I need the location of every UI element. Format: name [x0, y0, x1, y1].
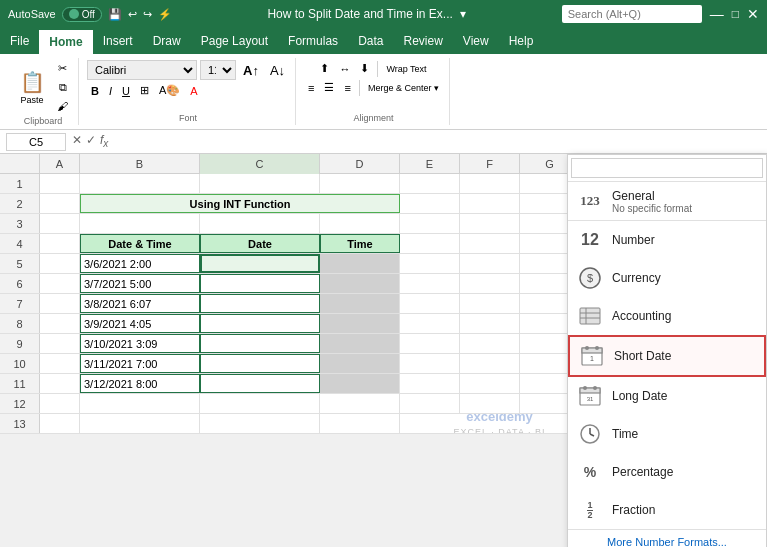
cell-a11[interactable] [40, 374, 80, 393]
cell-a7[interactable] [40, 294, 80, 313]
cell-d6[interactable] [320, 274, 400, 293]
cell-e7[interactable] [400, 294, 460, 313]
cell-e10[interactable] [400, 354, 460, 373]
align-middle-button[interactable]: ↔ [335, 61, 354, 77]
cell-f5[interactable] [460, 254, 520, 273]
tab-file[interactable]: File [0, 28, 39, 54]
cell-f9[interactable] [460, 334, 520, 353]
cell-f1[interactable] [460, 174, 520, 193]
format-search-input[interactable] [571, 158, 763, 178]
cell-e6[interactable] [400, 274, 460, 293]
cell-a9[interactable] [40, 334, 80, 353]
format-accounting-item[interactable]: Accounting [568, 297, 766, 335]
cell-e9[interactable] [400, 334, 460, 353]
formula-input[interactable] [114, 136, 761, 148]
cell-d3[interactable] [320, 214, 400, 233]
cell-b6[interactable]: 3/7/2021 5:00 [80, 274, 200, 293]
cell-f2[interactable] [460, 194, 520, 213]
cell-d7[interactable] [320, 294, 400, 313]
cell-c7[interactable] [200, 294, 320, 313]
col-header-b[interactable]: B [80, 154, 200, 174]
title-cell[interactable]: Using INT Function [80, 194, 400, 213]
cell-reference-box[interactable] [6, 133, 66, 151]
cell-a1[interactable] [40, 174, 80, 193]
cell-f11[interactable] [460, 374, 520, 393]
cell-e2[interactable] [400, 194, 460, 213]
format-shortdate-item[interactable]: 1 Short Date [568, 335, 766, 377]
font-size-select[interactable]: 11 [200, 60, 236, 80]
cell-a12[interactable] [40, 394, 80, 413]
cell-b5[interactable]: 3/6/2021 2:00 [80, 254, 200, 273]
cell-a5[interactable] [40, 254, 80, 273]
tab-formulas[interactable]: Formulas [278, 28, 348, 54]
col-header-a[interactable]: A [40, 154, 80, 174]
borders-button[interactable]: ⊞ [136, 82, 153, 99]
cell-c4-header[interactable]: Date [200, 234, 320, 253]
undo-icon[interactable]: ↩ [128, 8, 137, 21]
cell-c1[interactable] [200, 174, 320, 193]
decrease-font-button[interactable]: A↓ [266, 61, 289, 80]
cell-e8[interactable] [400, 314, 460, 333]
cell-c6[interactable] [200, 274, 320, 293]
align-left-button[interactable]: ≡ [304, 80, 318, 96]
copy-button[interactable]: ⧉ [53, 79, 72, 96]
cell-d12[interactable] [320, 394, 400, 413]
format-general-item[interactable]: 123 General No specific format [568, 182, 766, 220]
cell-a13[interactable] [40, 414, 80, 433]
close-icon[interactable]: ✕ [747, 6, 759, 22]
cell-b3[interactable] [80, 214, 200, 233]
minimize-icon[interactable]: — [710, 6, 724, 22]
cell-a6[interactable] [40, 274, 80, 293]
cell-c12[interactable] [200, 394, 320, 413]
fill-color-button[interactable]: A🎨 [155, 82, 184, 99]
cell-c3[interactable] [200, 214, 320, 233]
paste-button[interactable]: 📋 Paste [14, 62, 50, 112]
cell-b7[interactable]: 3/8/2021 6:07 [80, 294, 200, 313]
cell-d13[interactable] [320, 414, 400, 433]
format-percentage-item[interactable]: % Percentage [568, 453, 766, 491]
wrap-text-button[interactable]: Wrap Text [382, 62, 430, 76]
cell-e12[interactable] [400, 394, 460, 413]
cell-f8[interactable] [460, 314, 520, 333]
cell-a8[interactable] [40, 314, 80, 333]
cell-b13[interactable] [80, 414, 200, 433]
cell-b10[interactable]: 3/11/2021 7:00 [80, 354, 200, 373]
cell-b9[interactable]: 3/10/2021 3:09 [80, 334, 200, 353]
cell-d4-header[interactable]: Time [320, 234, 400, 253]
cell-b1[interactable] [80, 174, 200, 193]
formula-cancel-icon[interactable]: ✕ [72, 133, 82, 149]
cell-a4[interactable] [40, 234, 80, 253]
increase-font-button[interactable]: A↑ [239, 61, 263, 80]
format-number-item[interactable]: 12 Number [568, 221, 766, 259]
col-header-c[interactable]: C [200, 154, 320, 174]
cell-d11[interactable] [320, 374, 400, 393]
format-currency-item[interactable]: $ Currency [568, 259, 766, 297]
cell-a3[interactable] [40, 214, 80, 233]
restore-icon[interactable]: □ [732, 7, 739, 21]
align-bottom-button[interactable]: ⬇ [356, 60, 373, 77]
tab-help[interactable]: Help [499, 28, 544, 54]
cell-b11[interactable]: 3/12/2021 8:00 [80, 374, 200, 393]
cell-d5[interactable] [320, 254, 400, 273]
cell-e11[interactable] [400, 374, 460, 393]
align-center-button[interactable]: ☰ [320, 79, 338, 96]
italic-button[interactable]: I [105, 83, 116, 99]
tab-view[interactable]: View [453, 28, 499, 54]
format-time-item[interactable]: Time [568, 415, 766, 453]
cell-c13[interactable] [200, 414, 320, 433]
redo-icon[interactable]: ↪ [143, 8, 152, 21]
merge-center-button[interactable]: Merge & Center ▾ [364, 81, 443, 95]
more-number-formats-link[interactable]: More Number Formats... [568, 529, 766, 547]
title-dropdown-icon[interactable]: ▾ [460, 7, 466, 21]
align-right-button[interactable]: ≡ [340, 80, 354, 96]
cell-c10[interactable] [200, 354, 320, 373]
cell-d8[interactable] [320, 314, 400, 333]
cell-a10[interactable] [40, 354, 80, 373]
underline-button[interactable]: U [118, 83, 134, 99]
cell-d10[interactable] [320, 354, 400, 373]
cell-f3[interactable] [460, 214, 520, 233]
bold-button[interactable]: B [87, 83, 103, 99]
format-longdate-item[interactable]: 31 Long Date [568, 377, 766, 415]
cell-d9[interactable] [320, 334, 400, 353]
col-header-f[interactable]: F [460, 154, 520, 174]
